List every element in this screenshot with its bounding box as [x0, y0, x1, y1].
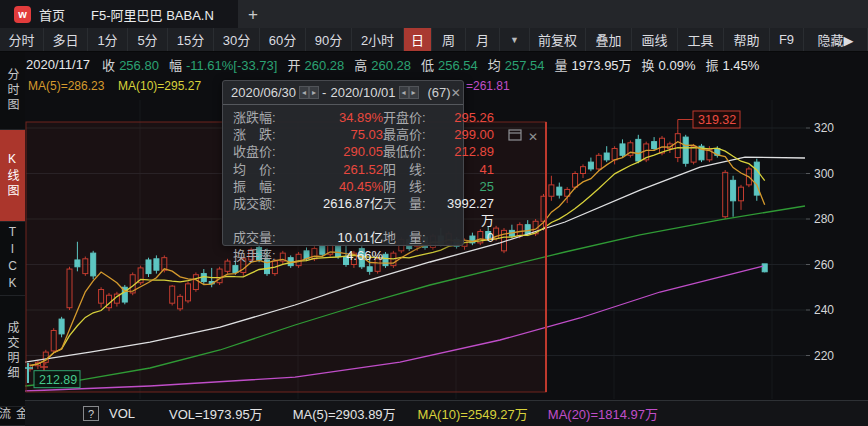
- field-value: 257.54: [505, 58, 545, 73]
- toolbar-button-1[interactable]: 多日: [44, 28, 88, 51]
- interval-start-stepper[interactable]: ◂ ▸: [299, 86, 319, 99]
- field-value: 260.28: [371, 58, 411, 73]
- stat-value: 3992.27万: [447, 195, 494, 229]
- field-label: 开: [287, 58, 300, 73]
- stat-label: 换手率:: [233, 247, 297, 264]
- popup-close-icon[interactable]: ✕: [451, 86, 461, 100]
- sidebar-item-1[interactable]: K线图: [0, 130, 25, 222]
- candle: [739, 187, 744, 201]
- quote-field: 幅-11.61%[-33.73]: [169, 55, 278, 74]
- step-forward-icon[interactable]: ▸: [309, 86, 319, 99]
- stat-value: 34.89%: [297, 109, 383, 126]
- stat-label: 最低价:: [383, 143, 447, 160]
- volume-legend-item: VOL=1973.95万: [169, 404, 263, 423]
- volume-legend-item: MA(20)=1814.97万: [548, 404, 658, 423]
- field-label: 收: [102, 58, 115, 73]
- stat-label: 阴 线:: [383, 178, 447, 195]
- interval-stats-body: 涨跌幅:34.89%开盘价:295.26涨 跌:75.03最高价:299.00收…: [223, 105, 463, 268]
- volume-legend-item: MA(10)=2549.27万: [418, 404, 528, 423]
- tab-bar-left: w 首页 F5-阿里巴巴 BABA.N: [0, 0, 238, 28]
- y-axis-label: 300: [814, 167, 834, 181]
- app-logo-icon[interactable]: w: [14, 6, 31, 23]
- volume-indicator-label[interactable]: VOL: [109, 406, 135, 421]
- home-tab[interactable]: 首页: [39, 5, 65, 24]
- field-label: 均: [488, 58, 501, 73]
- candle: [59, 319, 64, 334]
- candle: [75, 260, 80, 267]
- help-icon[interactable]: ?: [83, 406, 99, 421]
- field-value: 1973.95万: [572, 58, 632, 73]
- candle: [612, 148, 617, 159]
- toolbar-button-7[interactable]: 90分: [306, 28, 352, 51]
- toolbar-button-5[interactable]: 30分: [214, 28, 260, 51]
- stock-tab-baba[interactable]: F5-阿里巴巴 BABA.N: [91, 5, 214, 24]
- high-price-label: 319.32: [698, 113, 736, 127]
- stat-value: 261.52: [297, 161, 383, 178]
- stat-value: 41: [447, 161, 494, 178]
- toolbar-button-18[interactable]: F9: [770, 28, 804, 51]
- quote-date: 2020/11/17: [26, 57, 90, 72]
- interval-end-stepper[interactable]: ◂ ▸: [399, 86, 419, 99]
- quote-info-row: 2020/11/17 收256.80幅-11.61%[-33.73]开260.2…: [26, 52, 868, 76]
- candle: [652, 142, 657, 149]
- interval-end-date: 2020/10/01: [330, 85, 395, 100]
- toolbar-button-6[interactable]: 60分: [260, 28, 306, 51]
- period-toolbar: 分时多日1分5分15分30分60分90分2小时日周月▼前复权叠加画线工具帮助F9…: [0, 28, 868, 52]
- toolbar-button-15[interactable]: 画线: [632, 28, 678, 51]
- volume-legend-item: MA(5)=2903.89万: [293, 404, 396, 423]
- field-label: 量: [555, 58, 568, 73]
- toolbar-button-4[interactable]: 15分: [168, 28, 214, 51]
- toolbar-button-19[interactable]: 隐藏▶: [804, 28, 868, 51]
- sidebar-item-3[interactable]: 成交明细: [0, 296, 25, 407]
- selection-close-icon[interactable]: ✕: [528, 130, 538, 144]
- candle: [588, 162, 593, 169]
- toolbar-button-13[interactable]: 前复权: [530, 28, 586, 51]
- period-dropdown-icon[interactable]: ▼: [500, 28, 530, 51]
- sidebar-item-4[interactable]: 资金流向: [0, 407, 25, 426]
- candle: [675, 134, 680, 158]
- step-forward-icon[interactable]: ▸: [409, 86, 419, 99]
- toolbar-button-8[interactable]: 2小时: [352, 28, 404, 51]
- stat-value: 40.45%: [297, 178, 383, 195]
- candle: [573, 174, 578, 188]
- field-value: -11.61%[-33.73]: [186, 58, 278, 73]
- step-back-icon[interactable]: ◂: [399, 86, 409, 99]
- toolbar-button-11[interactable]: 月: [466, 28, 500, 51]
- toolbar-button-14[interactable]: 叠加: [586, 28, 632, 51]
- interval-stats-popup: 2020/06/30 ◂ ▸ - 2020/10/01 ◂ ▸ (67) ✕ 涨…: [222, 80, 464, 246]
- stat-label: 成交额:: [233, 195, 297, 229]
- y-axis-label: 320: [814, 121, 834, 135]
- toolbar-button-0[interactable]: 分时: [0, 28, 44, 51]
- toolbar-button-16[interactable]: 工具: [678, 28, 724, 51]
- stat-label: 开盘价:: [383, 109, 447, 126]
- ma-legend-item: MA(10)=295.27: [118, 79, 201, 93]
- candle: [636, 139, 641, 161]
- toolbar-button-10[interactable]: 周: [432, 28, 466, 51]
- new-tab-button[interactable]: +: [248, 6, 258, 23]
- field-value: 0.09%: [659, 58, 696, 73]
- y-axis-label: 280: [814, 212, 834, 226]
- stat-value: 2616.87亿: [297, 195, 383, 229]
- toolbar-button-2[interactable]: 1分: [88, 28, 128, 51]
- stat-value: 290.05: [297, 143, 383, 160]
- sidebar-item-2[interactable]: TICK: [0, 222, 25, 296]
- ma-legend-item: MA(5)=286.23: [28, 79, 104, 93]
- y-axis-label: 260: [814, 258, 834, 272]
- toolbar-button-3[interactable]: 5分: [128, 28, 168, 51]
- candle: [731, 180, 736, 200]
- stat-label: 天 量:: [383, 195, 447, 229]
- candle: [154, 259, 159, 270]
- tab-bar-spacer: +: [238, 0, 868, 28]
- step-back-icon[interactable]: ◂: [299, 86, 309, 99]
- quote-field: 低256.54: [421, 55, 478, 74]
- sidebar-item-0[interactable]: 分时图: [0, 52, 25, 130]
- toolbar-button-17[interactable]: 帮助: [724, 28, 770, 51]
- stat-label: 收盘价:: [233, 143, 297, 160]
- stat-label: 涨跌幅:: [233, 109, 297, 126]
- toolbar-button-9[interactable]: 日: [404, 28, 432, 51]
- stat-label: 振 幅:: [233, 178, 297, 195]
- candle: [762, 264, 767, 272]
- y-axis-label: 240: [814, 303, 834, 317]
- volume-values: VOL=1973.95万MA(5)=2903.89万MA(10)=2549.27…: [135, 404, 658, 423]
- stat-label: 地 量:: [383, 229, 447, 246]
